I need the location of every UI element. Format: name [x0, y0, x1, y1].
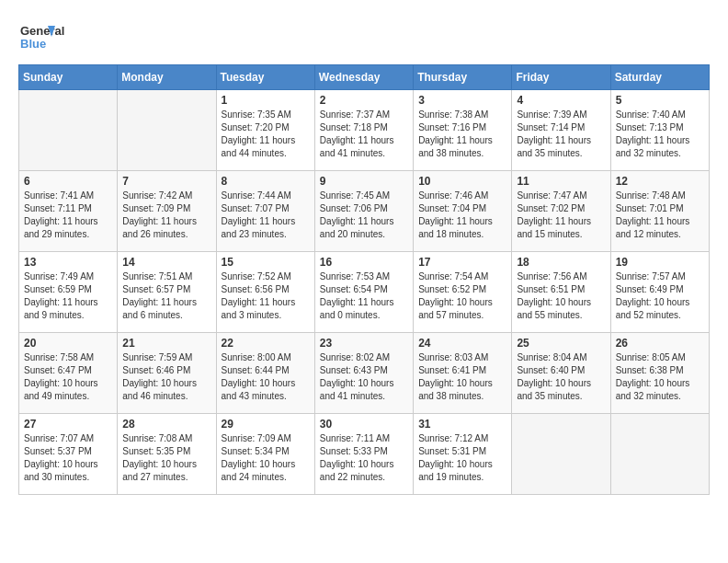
day-number: 1: [222, 94, 310, 107]
weekday-header: Thursday: [414, 65, 512, 90]
day-number: 5: [616, 94, 704, 107]
cell-content: Sunrise: 7:48 AM Sunset: 7:01 PM Dayligh…: [616, 190, 704, 241]
day-number: 18: [517, 256, 605, 269]
cell-content: Sunrise: 7:07 AM Sunset: 5:37 PM Dayligh…: [24, 432, 112, 484]
cell-content: Sunrise: 7:40 AM Sunset: 7:13 PM Dayligh…: [616, 109, 704, 160]
calendar-cell: 13 Sunrise: 7:49 AM Sunset: 6:59 PM Dayl…: [19, 252, 118, 333]
day-number: 13: [24, 256, 112, 269]
cell-content: Sunrise: 8:04 AM Sunset: 6:40 PM Dayligh…: [517, 351, 605, 403]
daylight: Daylight: 11 hours and 26 minutes.: [122, 216, 197, 239]
daylight: Daylight: 11 hours and 12 minutes.: [616, 216, 690, 239]
daylight: Daylight: 10 hours and 41 minutes.: [320, 378, 394, 401]
day-number: 26: [616, 337, 704, 350]
cell-content: Sunrise: 7:44 AM Sunset: 7:07 PM Dayligh…: [222, 190, 310, 241]
daylight: Daylight: 10 hours and 19 minutes.: [418, 459, 493, 482]
calendar-cell: [512, 414, 610, 495]
day-number: 17: [418, 256, 506, 269]
weekday-header: Wednesday: [314, 65, 413, 90]
sunset: Sunset: 6:38 PM: [616, 365, 684, 375]
weekday-header-row: SundayMondayTuesdayWednesdayThursdayFrid…: [19, 65, 710, 90]
sunrise: Sunrise: 7:58 AM: [24, 352, 94, 362]
daylight: Daylight: 11 hours and 38 minutes.: [418, 135, 493, 158]
cell-content: Sunrise: 7:46 AM Sunset: 7:04 PM Dayligh…: [418, 190, 506, 241]
cell-content: Sunrise: 8:02 AM Sunset: 6:43 PM Dayligh…: [320, 351, 408, 403]
sunset: Sunset: 7:18 PM: [320, 122, 388, 132]
sunrise: Sunrise: 7:38 AM: [418, 109, 488, 120]
daylight: Daylight: 10 hours and 46 minutes.: [122, 378, 197, 401]
sunrise: Sunrise: 7:47 AM: [517, 190, 586, 201]
sunset: Sunset: 7:11 PM: [24, 203, 92, 213]
sunset: Sunset: 6:54 PM: [320, 284, 388, 294]
cell-content: Sunrise: 7:35 AM Sunset: 7:20 PM Dayligh…: [222, 109, 310, 160]
sunset: Sunset: 6:41 PM: [418, 365, 486, 375]
cell-content: Sunrise: 8:05 AM Sunset: 6:38 PM Dayligh…: [616, 351, 704, 403]
sunrise: Sunrise: 8:03 AM: [418, 352, 488, 362]
daylight: Daylight: 11 hours and 9 minutes.: [24, 297, 98, 320]
day-number: 25: [517, 337, 605, 350]
day-number: 9: [320, 175, 408, 188]
daylight: Daylight: 10 hours and 30 minutes.: [24, 459, 98, 482]
daylight: Daylight: 10 hours and 27 minutes.: [122, 459, 197, 482]
calendar-cell: 25 Sunrise: 8:04 AM Sunset: 6:40 PM Dayl…: [512, 333, 610, 414]
day-number: 30: [320, 418, 408, 431]
cell-content: Sunrise: 7:09 AM Sunset: 5:34 PM Dayligh…: [222, 432, 310, 484]
logo-icon: General Blue: [18, 18, 92, 55]
cell-content: Sunrise: 7:08 AM Sunset: 5:35 PM Dayligh…: [122, 432, 210, 484]
cell-content: Sunrise: 7:39 AM Sunset: 7:14 PM Dayligh…: [517, 109, 605, 160]
sunset: Sunset: 7:07 PM: [222, 203, 290, 213]
calendar-cell: 8 Sunrise: 7:44 AM Sunset: 7:07 PM Dayli…: [216, 171, 314, 252]
calendar-cell: [610, 414, 709, 495]
calendar-cell: 14 Sunrise: 7:51 AM Sunset: 6:57 PM Dayl…: [118, 252, 216, 333]
weekday-header: Saturday: [610, 65, 709, 90]
calendar-cell: 17 Sunrise: 7:54 AM Sunset: 6:52 PM Dayl…: [414, 252, 512, 333]
cell-content: Sunrise: 7:59 AM Sunset: 6:46 PM Dayligh…: [122, 351, 210, 403]
sunset: Sunset: 6:43 PM: [320, 365, 388, 375]
day-number: 22: [222, 337, 310, 350]
svg-text:Blue: Blue: [20, 37, 46, 51]
weekday-header: Tuesday: [216, 65, 314, 90]
daylight: Daylight: 10 hours and 35 minutes.: [517, 378, 591, 401]
sunrise: Sunrise: 7:07 AM: [24, 433, 94, 443]
sunset: Sunset: 7:09 PM: [122, 203, 190, 213]
day-number: 27: [24, 418, 112, 431]
sunset: Sunset: 5:37 PM: [24, 446, 92, 456]
sunset: Sunset: 5:34 PM: [222, 446, 290, 456]
day-number: 4: [517, 94, 605, 107]
calendar-week-row: 27 Sunrise: 7:07 AM Sunset: 5:37 PM Dayl…: [19, 414, 710, 495]
calendar-cell: 19 Sunrise: 7:57 AM Sunset: 6:49 PM Dayl…: [610, 252, 709, 333]
daylight: Daylight: 11 hours and 6 minutes.: [122, 297, 197, 320]
cell-content: Sunrise: 7:41 AM Sunset: 7:11 PM Dayligh…: [24, 190, 112, 241]
day-number: 28: [122, 418, 210, 431]
day-number: 15: [222, 256, 310, 269]
sunset: Sunset: 5:33 PM: [320, 446, 388, 456]
calendar-cell: 15 Sunrise: 7:52 AM Sunset: 6:56 PM Dayl…: [216, 252, 314, 333]
daylight: Daylight: 11 hours and 15 minutes.: [517, 216, 591, 239]
sunrise: Sunrise: 7:51 AM: [122, 271, 192, 282]
sunset: Sunset: 6:57 PM: [122, 284, 190, 294]
cell-content: Sunrise: 7:37 AM Sunset: 7:18 PM Dayligh…: [320, 109, 408, 160]
calendar-cell: 21 Sunrise: 7:59 AM Sunset: 6:46 PM Dayl…: [118, 333, 216, 414]
daylight: Daylight: 10 hours and 57 minutes.: [418, 297, 493, 320]
sunrise: Sunrise: 7:35 AM: [222, 109, 291, 120]
cell-content: Sunrise: 7:47 AM Sunset: 7:02 PM Dayligh…: [517, 190, 605, 241]
day-number: 10: [418, 175, 506, 188]
day-number: 12: [616, 175, 704, 188]
day-number: 31: [418, 418, 506, 431]
daylight: Daylight: 11 hours and 44 minutes.: [222, 135, 296, 158]
sunset: Sunset: 7:06 PM: [320, 203, 388, 213]
sunrise: Sunrise: 7:59 AM: [122, 352, 192, 362]
calendar-cell: 1 Sunrise: 7:35 AM Sunset: 7:20 PM Dayli…: [216, 90, 314, 171]
daylight: Daylight: 10 hours and 32 minutes.: [616, 378, 690, 401]
sunrise: Sunrise: 7:46 AM: [418, 190, 488, 201]
cell-content: Sunrise: 7:57 AM Sunset: 6:49 PM Dayligh…: [616, 270, 704, 322]
sunset: Sunset: 6:52 PM: [418, 284, 486, 294]
daylight: Daylight: 10 hours and 52 minutes.: [616, 297, 690, 320]
cell-content: Sunrise: 7:42 AM Sunset: 7:09 PM Dayligh…: [122, 190, 210, 241]
calendar-cell: 27 Sunrise: 7:07 AM Sunset: 5:37 PM Dayl…: [19, 414, 118, 495]
sunset: Sunset: 7:20 PM: [222, 122, 290, 132]
sunrise: Sunrise: 7:57 AM: [616, 271, 686, 282]
calendar-cell: 5 Sunrise: 7:40 AM Sunset: 7:13 PM Dayli…: [610, 90, 709, 171]
sunrise: Sunrise: 7:11 AM: [320, 433, 390, 443]
calendar-cell: [19, 90, 118, 171]
calendar-cell: 31 Sunrise: 7:12 AM Sunset: 5:31 PM Dayl…: [414, 414, 512, 495]
